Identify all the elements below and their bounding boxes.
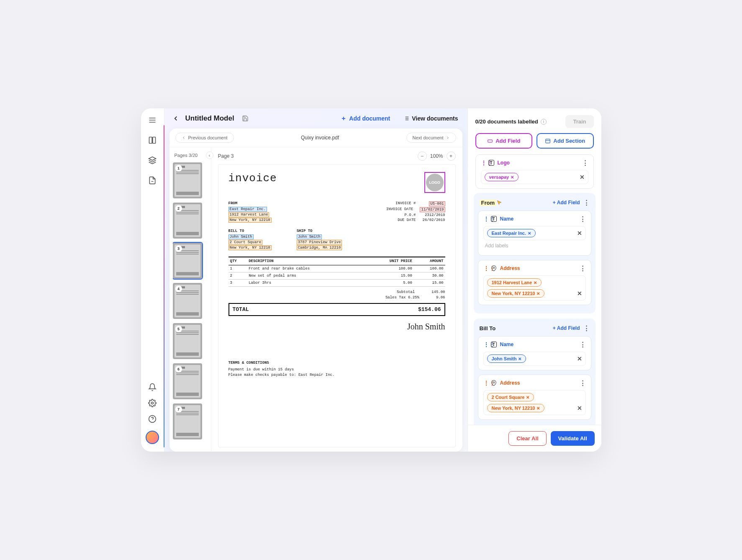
- page-thumb-7[interactable]: 7: [173, 403, 202, 439]
- document-viewer: Previous document Quixy invoice.pdf Next…: [169, 128, 462, 452]
- page-thumb-2[interactable]: 2: [173, 203, 202, 239]
- add-field-link-from[interactable]: + Add Field: [553, 200, 580, 206]
- center-panel: Untitled Model Add document View documen…: [164, 108, 467, 452]
- chip-versapay[interactable]: versapay✕: [485, 173, 519, 181]
- topbar: Untitled Model Add document View documen…: [164, 108, 467, 127]
- add-section-button[interactable]: Add Section: [537, 133, 594, 149]
- svg-rect-19: [546, 139, 550, 143]
- zoom-in-button[interactable]: +: [447, 152, 456, 161]
- cursor-icon: [496, 200, 502, 206]
- save-icon[interactable]: [240, 115, 249, 122]
- section-from: From + Add Field ⋮ ⋮⋮ T Name ⋮: [474, 193, 596, 313]
- svg-rect-4: [153, 137, 156, 144]
- collapse-thumbs-button[interactable]: ‹: [206, 152, 213, 159]
- svg-point-22: [493, 382, 495, 383]
- gear-icon[interactable]: [148, 399, 157, 407]
- signature: John Smith: [229, 322, 445, 331]
- location-icon: [491, 380, 497, 386]
- drag-handle[interactable]: ⋮⋮: [483, 380, 488, 386]
- location-icon: [491, 265, 497, 271]
- drag-handle[interactable]: ⋮⋮: [483, 342, 488, 347]
- app-frame: Untitled Model Add document View documen…: [141, 108, 601, 452]
- section-menu[interactable]: ⋮: [583, 199, 590, 206]
- field-from-address: ⋮⋮ Address ⋮ 1912 Harvest Lane✕ New York…: [478, 260, 591, 305]
- layers-icon[interactable]: [148, 156, 157, 164]
- remove-chip-icon[interactable]: ✕: [511, 175, 514, 180]
- next-document-button[interactable]: Next document: [406, 133, 457, 143]
- section-menu[interactable]: ⋮: [583, 324, 590, 332]
- zoom-out-button[interactable]: −: [418, 152, 427, 161]
- svg-rect-18: [488, 140, 493, 142]
- documents-labelled-status: 0/20 documents labelled: [475, 118, 538, 125]
- info-icon[interactable]: !: [541, 119, 547, 125]
- document-filename: Quixy invoice.pdf: [301, 135, 339, 141]
- document-icon[interactable]: [148, 176, 157, 185]
- layout-icon[interactable]: [148, 136, 157, 144]
- logo-annotation[interactable]: LOGO: [424, 172, 445, 193]
- section-billto: Bill To + Add Field ⋮ ⋮⋮ T Name ⋮: [474, 319, 596, 425]
- back-button[interactable]: [172, 115, 180, 122]
- bell-icon[interactable]: [148, 383, 157, 391]
- drag-handle[interactable]: ⋮⋮: [481, 160, 485, 166]
- thumbnail-strip: Pages 3/20 ‹ 1 2 3 4 5 6 7: [169, 147, 211, 452]
- clear-chips-icon[interactable]: ✕: [580, 174, 585, 180]
- model-title: Untitled Model: [185, 114, 234, 123]
- svg-point-7: [151, 402, 154, 404]
- svg-marker-5: [149, 157, 156, 160]
- invoice-line-items: QTYDESCRIPTIONUNIT PRICEAMOUNT 1Front an…: [229, 257, 445, 287]
- clear-all-button[interactable]: Clear All: [508, 431, 546, 446]
- add-field-button[interactable]: Add Field: [475, 133, 533, 149]
- text-type-icon: T: [488, 160, 494, 166]
- labeling-panel: 0/20 documents labelled ! Train Add Fiel…: [467, 108, 601, 452]
- avatar[interactable]: [146, 431, 159, 444]
- field-menu[interactable]: ⋮: [580, 379, 586, 387]
- add-labels-input[interactable]: Add labels: [483, 240, 586, 251]
- text-type-icon: T: [491, 216, 497, 222]
- field-billto-name: ⋮⋮ T Name ⋮ John Smith✕ ✕: [478, 336, 591, 370]
- add-document-button[interactable]: Add document: [341, 115, 390, 122]
- from-addr2-highlight[interactable]: New York, NY 12210: [229, 218, 272, 223]
- from-name-highlight[interactable]: East Repair Inc.: [229, 207, 267, 212]
- help-icon[interactable]: [148, 415, 157, 423]
- field-from-name: ⋮⋮ T Name ⋮ East Repair Inc.✕ ✕ Add labe…: [478, 211, 591, 256]
- validate-all-button[interactable]: Validate All: [551, 431, 595, 446]
- train-button[interactable]: Train: [565, 115, 593, 128]
- document-page[interactable]: invoice LOGO FROM East Repair Inc. 1912 …: [218, 164, 456, 447]
- from-addr1-highlight[interactable]: 1912 Harvest Lane: [229, 212, 270, 217]
- drag-handle[interactable]: ⋮⋮: [483, 216, 488, 222]
- svg-point-21: [493, 267, 495, 269]
- drag-handle[interactable]: ⋮⋮: [483, 265, 488, 271]
- page-thumb-1[interactable]: 1: [173, 162, 202, 198]
- nav-rail: [141, 108, 164, 452]
- text-type-icon: T: [491, 342, 497, 347]
- page-thumb-5[interactable]: 5: [173, 323, 202, 359]
- field-menu[interactable]: ⋮: [580, 341, 586, 348]
- page-thumb-3[interactable]: 3: [173, 243, 202, 279]
- page-view: Page 3 − 100% + invoice LOGO: [211, 147, 462, 452]
- svg-rect-3: [149, 137, 152, 144]
- view-documents-button[interactable]: View documents: [403, 115, 458, 122]
- menu-icon[interactable]: [148, 116, 157, 124]
- prev-document-button[interactable]: Previous document: [175, 133, 234, 143]
- invoice-title: invoice: [229, 172, 277, 185]
- field-billto-address: ⋮⋮ Address ⋮ 2 Court Square✕ New York, N…: [478, 375, 591, 420]
- zoom-level: 100%: [430, 153, 443, 159]
- field-menu[interactable]: ⋮: [582, 159, 588, 167]
- field-menu[interactable]: ⋮: [580, 215, 586, 223]
- logo-chips[interactable]: versapay✕ ✕: [481, 170, 588, 184]
- page-thumb-6[interactable]: 6: [173, 363, 202, 399]
- pages-summary: Pages 3/20: [175, 153, 198, 158]
- add-field-link-billto[interactable]: + Add Field: [553, 325, 580, 331]
- page-thumb-4[interactable]: 4: [173, 283, 202, 319]
- current-page-label: Page 3: [218, 153, 234, 159]
- field-menu[interactable]: ⋮: [580, 265, 586, 272]
- field-logo: ⋮⋮ T Logo ⋮ versapay✕ ✕: [475, 154, 594, 189]
